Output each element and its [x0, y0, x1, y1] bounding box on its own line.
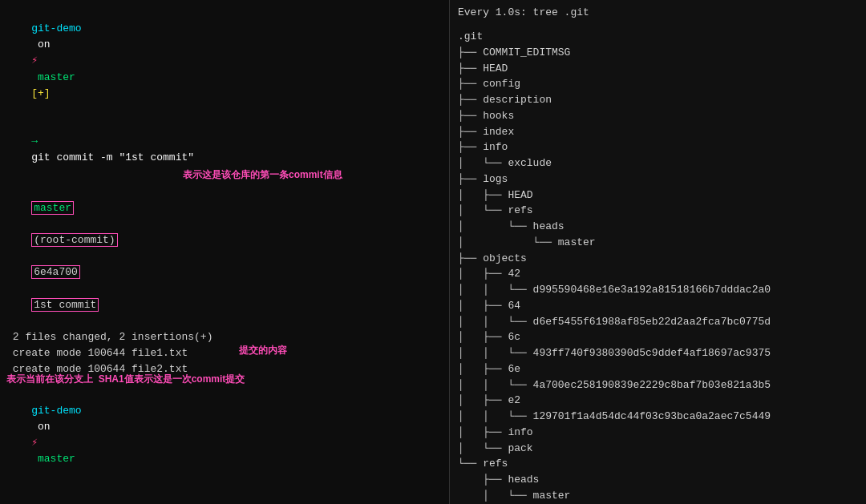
tree-line: ├── description	[458, 92, 858, 108]
tree-line: │ │ └── 129701f1a4d54dc44f03c93bca0a2aec…	[458, 409, 858, 425]
tree-line: │ ├── 6c	[458, 329, 858, 345]
tree-line: │ ├── 42	[458, 266, 858, 282]
tree-line: .git	[458, 29, 858, 45]
tree-line: │ └── master	[458, 488, 858, 504]
tree-line: │ ├── 64	[458, 298, 858, 314]
tree-line: │ │ └── 4a700ec258190839e2229c8baf7b03e8…	[458, 377, 858, 393]
tree-line: │ ├── info	[458, 425, 858, 441]
tree-line: │ ├── HEAD	[458, 187, 858, 204]
tree-line: │ │ └── d6ef5455f61988af85eb22d2aa2fca7b…	[458, 314, 858, 330]
left-terminal: git-demo on ⚡ master [+] → git commit -m…	[0, 0, 449, 504]
tree-line: │ ├── e2	[458, 393, 858, 409]
tree-line: ├── config	[458, 76, 858, 92]
tree-line: ├── hooks	[458, 108, 858, 124]
tree-line: ├── objects	[458, 251, 858, 267]
commit-output-line: master (root-commit) 6e4a700 1st commit	[6, 184, 443, 329]
modified-indicator: [+]	[31, 87, 50, 99]
prompt-line-1: git-demo on ⚡ master [+]	[6, 5, 443, 118]
sha1-box: 6e4a700	[31, 265, 80, 279]
tree-line: ├── HEAD	[458, 61, 858, 77]
tree-output: .git├── COMMIT_EDITMSG├── HEAD├── config…	[458, 29, 858, 504]
annotation-first-commit: 表示这是该仓库的第一条commit信息	[183, 168, 342, 182]
tree-line: │ │ └── d995590468e16e3a192a81518166b7dd…	[458, 282, 858, 298]
username: git-demo	[31, 22, 81, 34]
tree-line: │ └── pack	[458, 441, 858, 457]
right-terminal: Every 1.0s: tree .git .git├── COMMIT_EDI…	[450, 0, 866, 504]
annotation-content: 提交的内容	[239, 344, 443, 357]
tree-line: ├── COMMIT_EDITMSG	[458, 45, 858, 61]
branch-name: master	[31, 71, 81, 83]
root-commit-box: (root-commit)	[31, 233, 117, 247]
prompt-line-2: git-demo on ⚡ master	[6, 387, 443, 484]
tree-line: │ └── refs	[458, 203, 858, 219]
branch-arrow: ⚡	[31, 54, 38, 67]
tree-line: │ └── exclude	[458, 155, 858, 171]
insertions-line: 2 files changed, 2 insertions(+)	[6, 329, 443, 345]
tree-line: ├── index	[458, 124, 858, 140]
branch-box: master	[31, 201, 74, 215]
tree-line: ├── heads	[458, 472, 858, 488]
tree-line: ├── logs	[458, 171, 858, 187]
sha1-annotation: 表示当前在该分支上 SHA1值表示这是一次commit提交	[6, 372, 443, 387]
tree-line: │ ├── 6e	[458, 361, 858, 377]
tree-line: │ │ └── 493ff740f9380390d5c9ddef4af18697…	[458, 345, 858, 361]
tree-line: │ └── heads	[458, 219, 858, 235]
tree-line: ├── info	[458, 139, 858, 155]
tree-line: │ └── master	[458, 235, 858, 251]
cmd-catfile-t: → git cat-file -t 6e4a700	[6, 484, 443, 504]
tree-line: └── refs	[458, 456, 858, 472]
watch-header: Every 1.0s: tree .git	[458, 5, 858, 21]
commit-msg-box: 1st commit	[31, 298, 99, 312]
